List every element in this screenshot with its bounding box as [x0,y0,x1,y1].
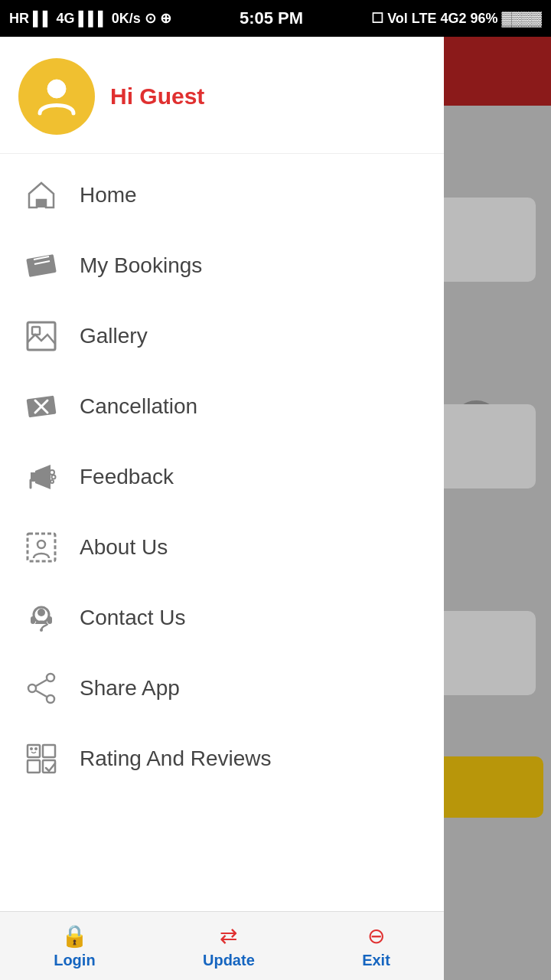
app-bg-card2 [436,404,536,488]
svg-rect-2 [37,200,46,207]
lock-icon: 🔒 [61,923,88,949]
exit-icon: ⊖ [367,923,385,949]
gallery-label: Gallery [80,324,148,348]
ticket-icon [21,246,61,286]
svg-point-11 [50,470,54,475]
app-bg-top [429,37,551,106]
drawer-header: Hi Guest [0,37,444,154]
svg-point-13 [51,480,54,483]
svg-rect-28 [43,745,55,757]
status-right: ☐ Vol LTE 4G2 96% ▓▓▓▓ [371,10,542,27]
status-bar: HR ▌▌ 4G ▌▌▌ 0K/s ⊙ ⊕ 5:05 PM ☐ Vol LTE … [0,0,551,37]
megaphone-icon [21,457,61,497]
svg-rect-27 [28,760,40,773]
signal-icons: HR ▌▌ 4G ▌▌▌ 0K/s ⊙ ⊕ [9,10,171,27]
about-icon [21,528,61,567]
svg-line-24 [36,680,47,686]
feedback-label: Feedback [80,465,174,489]
sidebar-item-rating-reviews[interactable]: Rating And Reviews [0,724,444,794]
contact-us-label: Contact Us [80,606,186,630]
app-bg-card3 [436,611,536,695]
svg-point-21 [47,674,54,681]
headset-icon [21,598,61,638]
app-bg-card1 [436,198,536,282]
svg-rect-7 [32,327,40,335]
sidebar-item-cancellation[interactable]: Cancellation [0,371,444,442]
svg-point-20 [37,609,45,616]
svg-rect-17 [31,616,35,624]
sidebar-item-about-us[interactable]: About Us [0,512,444,583]
svg-point-12 [52,475,56,479]
sidebar-item-share-app[interactable]: Share App [0,653,444,724]
rating-reviews-label: Rating And Reviews [80,746,272,771]
menu-list: Home My Bookings Gallery [0,154,444,911]
cancel-icon [21,387,61,426]
home-label: Home [80,183,137,207]
exit-label: Exit [362,952,390,969]
sidebar-item-my-bookings[interactable]: My Bookings [0,230,444,301]
update-label: Update [203,952,255,969]
cancellation-label: Cancellation [80,394,197,419]
svg-point-15 [37,541,45,548]
svg-rect-26 [28,745,40,757]
update-icon: ⇄ [220,923,237,949]
navigation-drawer: Hi Guest Home My Bookings [0,37,444,980]
status-time: 5:05 PM [240,8,303,28]
svg-point-23 [47,695,54,703]
greeting-text: Hi Guest [110,83,204,109]
svg-rect-18 [47,616,52,624]
home-icon [21,175,61,215]
svg-point-19 [40,629,43,632]
exit-button[interactable]: ⊖ Exit [362,923,390,969]
svg-line-25 [36,691,47,697]
gallery-icon [21,316,61,356]
sidebar-item-home[interactable]: Home [0,160,444,230]
svg-point-31 [34,747,37,750]
svg-point-1 [47,80,66,98]
sidebar-item-feedback[interactable]: Feedback [0,442,444,512]
sidebar-item-contact-us[interactable]: Contact Us [0,583,444,653]
rating-icon [21,739,61,779]
battery-icons: ☐ Vol LTE 4G2 96% ▓▓▓▓ [371,10,542,27]
svg-point-22 [28,684,36,692]
drawer-footer: 🔒 Login ⇄ Update ⊖ Exit [0,911,444,980]
share-icon [21,668,61,708]
my-bookings-label: My Bookings [80,253,202,278]
login-button[interactable]: 🔒 Login [54,923,95,969]
avatar [18,58,95,135]
update-button[interactable]: ⇄ Update [203,923,255,969]
about-us-label: About Us [80,535,168,560]
sidebar-item-gallery[interactable]: Gallery [0,301,444,371]
status-left: HR ▌▌ 4G ▌▌▌ 0K/s ⊙ ⊕ [9,10,171,27]
share-app-label: Share App [80,676,180,701]
svg-point-30 [30,747,33,750]
login-label: Login [54,952,95,969]
